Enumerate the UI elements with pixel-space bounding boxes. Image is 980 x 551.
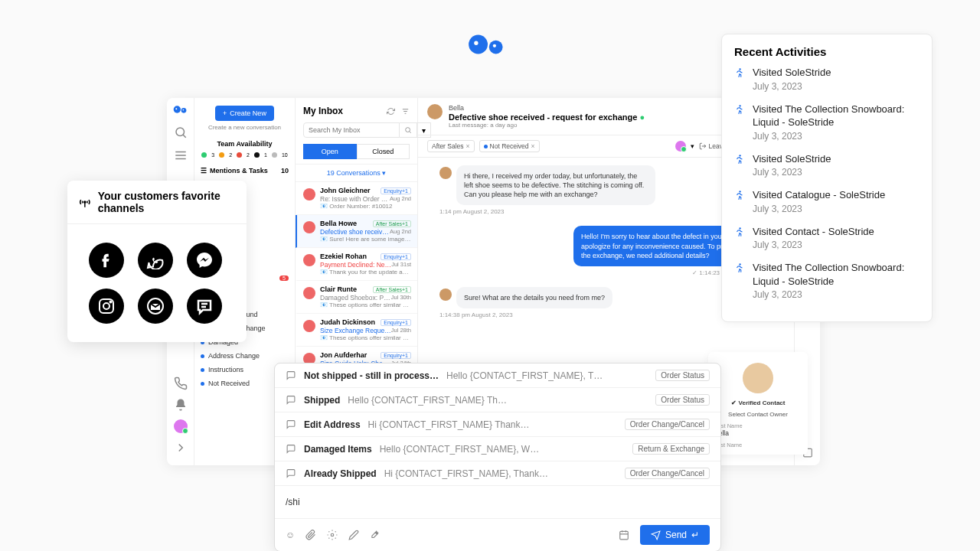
filter-chip[interactable]: After Sales×: [427, 140, 475, 152]
search-input[interactable]: [303, 122, 400, 138]
contact-card: ✔ Verified Contact Select Contact Owner …: [708, 352, 808, 455]
sms-icon[interactable]: [187, 289, 222, 324]
instagram-icon[interactable]: [89, 289, 124, 324]
menu-icon[interactable]: [174, 148, 188, 162]
facebook-icon[interactable]: [89, 243, 124, 278]
svg-point-8: [176, 128, 185, 136]
messenger-icon[interactable]: [187, 243, 222, 278]
svg-point-26: [739, 263, 740, 265]
suggestion-item[interactable]: Edit AddressHi {CONTACT_FIRST_NAME} Than…: [275, 412, 720, 437]
logo-icon: [173, 104, 188, 116]
bell-icon[interactable]: [174, 398, 188, 412]
activity-item: Visited Contact - SoleStrideJuly 3, 2023: [734, 225, 920, 251]
conversation-item[interactable]: Bella HoweAfter Sales+1Defective shoe re…: [296, 215, 417, 248]
activity-item: Visited The Collection Snowboard: Liquid…: [734, 103, 920, 142]
svg-point-21: [739, 68, 740, 70]
schedule-icon[interactable]: [619, 530, 629, 540]
edit-icon[interactable]: [348, 530, 359, 540]
svg-point-5: [175, 108, 177, 109]
chevron-right-icon[interactable]: [174, 441, 188, 455]
inbox-title: My Inbox: [303, 106, 343, 116]
tab-closed[interactable]: Closed: [357, 144, 410, 159]
svg-point-9: [406, 128, 410, 132]
conversation-item[interactable]: John GleichnerEnquiry+1Re: Issue with Or…: [296, 182, 417, 215]
broadcast-icon: [78, 194, 92, 210]
customer-message: Hi there, I received my order today, but…: [456, 165, 655, 205]
activity-item: Visited The Collection Snowboard: Liquid…: [734, 261, 920, 300]
verified-badge: ✔ Verified Contact: [714, 399, 802, 406]
suggestion-item[interactable]: ShippedHello {CONTACT_FIRST_NAME} Th…Ord…: [275, 388, 720, 412]
attachment-icon[interactable]: [305, 530, 316, 540]
svg-point-6: [181, 108, 186, 113]
create-new-button[interactable]: +Create New: [215, 106, 274, 121]
svg-point-24: [739, 191, 740, 192]
conversation-item[interactable]: Judah DickinsonEnquiry+1Size Exchange Re…: [296, 314, 417, 347]
magic-icon[interactable]: [370, 530, 381, 540]
svg-rect-28: [620, 531, 629, 540]
filter-icon[interactable]: [401, 107, 410, 116]
contact-photo: [743, 363, 773, 393]
create-sub: Create a new conversation: [201, 124, 289, 131]
assignee-dropdown[interactable]: ▾: [691, 142, 694, 150]
last-message-meta: Last message: a day ago: [449, 122, 645, 129]
channels-card: Your customers favorite channels: [67, 181, 247, 342]
conversation-subject: Defective shoe received - request for ex…: [449, 112, 645, 122]
tab-open[interactable]: Open: [303, 144, 357, 159]
tag-address-change[interactable]: Address Change: [201, 352, 289, 360]
search-icon[interactable]: [174, 126, 188, 139]
assignee-avatar[interactable]: [675, 141, 686, 152]
conversation-item[interactable]: Ezekiel RohanEnquiry+1Payment Declined: …: [296, 248, 417, 281]
search-button[interactable]: [400, 122, 417, 138]
svg-point-22: [739, 105, 740, 106]
ai-icon[interactable]: [327, 530, 338, 540]
phone-icon[interactable]: [174, 377, 188, 390]
refresh-icon[interactable]: [387, 107, 395, 116]
mentions-tasks[interactable]: ☰ Mentions & Tasks10: [201, 167, 289, 174]
select-contact-owner[interactable]: Select Contact Owner: [714, 411, 802, 418]
conversation-item[interactable]: Clair RunteAfter Sales+1Damaged Shoebox:…: [296, 281, 417, 314]
activity-item: Visited Catalogue - SoleStrideJuly 3, 20…: [734, 188, 920, 214]
conversation-count[interactable]: 19 Conversations ▾: [296, 165, 417, 182]
contact-avatar: [427, 104, 443, 119]
composer-input[interactable]: /shi: [275, 486, 720, 518]
svg-point-3: [493, 44, 496, 47]
svg-point-25: [739, 227, 740, 229]
svg-point-0: [469, 35, 488, 54]
svg-point-18: [103, 303, 109, 309]
suggestion-item[interactable]: Not shipped - still in process…Hello {CO…: [275, 364, 720, 388]
suggestion-item[interactable]: Already ShippedHi {CONTACT_FIRST_NAME}, …: [275, 461, 720, 486]
team-availability-heading: Team Availability: [201, 140, 289, 148]
last-name-label: Last Name: [714, 442, 802, 448]
emoji-icon[interactable]: ☺: [286, 530, 295, 540]
message-composer: Not shipped - still in process…Hello {CO…: [274, 363, 721, 551]
activities-title: Recent Activities: [734, 45, 920, 58]
user-avatar[interactable]: [174, 419, 188, 433]
email-icon[interactable]: [138, 289, 173, 324]
svg-point-27: [332, 533, 335, 536]
svg-point-23: [739, 155, 740, 156]
svg-point-4: [173, 106, 180, 112]
filter-chip[interactable]: Not Received×: [479, 140, 540, 152]
first-name-value: Bella: [714, 429, 802, 437]
first-name-label: First Name: [714, 422, 802, 429]
whatsapp-icon[interactable]: [138, 243, 173, 278]
svg-point-7: [182, 109, 184, 111]
team-status-dots: 3 2 2 1 10: [201, 152, 289, 158]
svg-point-1: [474, 41, 478, 45]
customer-message: Sure! What are the details you need from…: [456, 287, 612, 308]
activity-item: Visited SoleStrideJuly 3, 2023: [734, 66, 920, 92]
svg-point-2: [489, 41, 503, 54]
brand-logo: [467, 32, 508, 60]
activity-item: Visited SoleStrideJuly 3, 2023: [734, 152, 920, 178]
contact-name: Bella: [449, 104, 645, 112]
recent-activities-card: Recent Activities Visited SoleStrideJuly…: [721, 34, 933, 322]
svg-point-19: [110, 302, 112, 303]
channels-title: Your customers favorite channels: [98, 190, 236, 214]
send-button[interactable]: Send ↵: [640, 525, 710, 545]
suggestion-item[interactable]: Damaged ItemsHello {CONTACT_FIRST_NAME},…: [275, 437, 720, 461]
